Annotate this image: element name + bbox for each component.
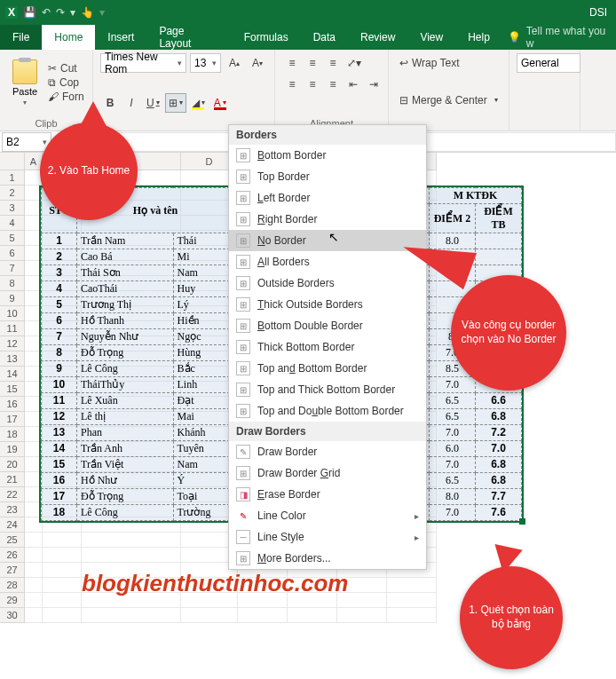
border-erase[interactable]: ◨Erase Border — [229, 484, 426, 505]
borders-header: Borders — [229, 125, 426, 145]
tell-me[interactable]: 💡Tell me what you w — [508, 25, 616, 50]
border-more[interactable]: ⊞More Borders... — [229, 548, 426, 569]
border-icon: ⊞ — [169, 97, 178, 109]
border-grid[interactable]: ⊞Draw Border Grid — [229, 462, 426, 484]
italic-button[interactable]: I — [122, 93, 141, 113]
fill-color-button[interactable]: ◢▾ — [188, 93, 209, 113]
save-icon[interactable]: 💾 — [23, 6, 36, 19]
excel-icon: X — [4, 4, 20, 20]
border-thick-out[interactable]: ⊞Thick Outside Borders — [229, 294, 426, 315]
align-right-button[interactable]: ≡ — [323, 75, 343, 94]
tab-insert[interactable]: Insert — [95, 25, 146, 50]
borders-button[interactable]: ⊞▾ — [165, 93, 186, 113]
orientation-button[interactable]: ⤢▾ — [344, 53, 365, 73]
copy-icon: ⧉ — [48, 76, 56, 89]
border-color[interactable]: ✎Line Color▸ — [229, 505, 426, 526]
tab-page-layout[interactable]: Page Layout — [146, 25, 231, 50]
paste-button[interactable]: Paste ▾ — [7, 53, 43, 112]
group-number: General — [509, 50, 580, 130]
align-top-button[interactable]: ≡ — [282, 53, 302, 73]
group-font: Times New Rom▾ 13▾ A▴ A▾ B I U▾ ⊞▾ ◢▾ A▾ — [93, 50, 275, 130]
touch-icon[interactable]: 👆 — [81, 6, 94, 19]
border-thick-bottom[interactable]: ⊞Thick Bottom Border — [229, 336, 426, 358]
align-center-button[interactable]: ≡ — [303, 75, 322, 94]
group-alignment: ≡ ≡ ≡ ⤢▾ ≡ ≡ ≡ ⇤ ⇥ Alignment — [275, 50, 389, 130]
border-top-bottom[interactable]: ⊞Top and Bottom Border — [229, 358, 426, 379]
align-middle-button[interactable]: ≡ — [303, 53, 322, 73]
wrap-text-button[interactable]: ↩Wrap Text — [396, 53, 501, 73]
qat-more-icon[interactable]: ▾ — [70, 6, 75, 19]
border-top[interactable]: ⊞Top Border — [229, 166, 426, 187]
tab-formulas[interactable]: Formulas — [232, 25, 301, 50]
tab-home[interactable]: Home — [42, 25, 95, 50]
underline-button[interactable]: U▾ — [143, 93, 163, 113]
ribbon-tabs: File Home Insert Page Layout Formulas Da… — [0, 25, 616, 50]
group-wrap: ↩Wrap Text ⊟Merge & Center▾ — [389, 50, 509, 130]
merge-icon: ⊟ — [399, 94, 408, 107]
name-box[interactable]: B2▾ — [2, 132, 51, 152]
qat-sep: ▾ — [99, 6, 105, 19]
tab-help[interactable]: Help — [455, 25, 502, 50]
callout-select-table: 1. Quét chọn toàn bộ bảng — [460, 566, 563, 669]
shrink-font-button[interactable]: A▾ — [248, 53, 267, 73]
copy-button[interactable]: ⧉Cop — [48, 76, 84, 89]
border-left[interactable]: ⊞Left Border — [229, 187, 426, 209]
borders-dropdown: Borders ⊞Bottom Border⊞Top Border⊞Left B… — [228, 124, 427, 570]
tab-view[interactable]: View — [407, 25, 455, 50]
wrap-icon: ↩ — [399, 57, 408, 69]
select-all-corner[interactable] — [0, 153, 25, 170]
svg-text:X: X — [8, 6, 15, 19]
font-name-combo[interactable]: Times New Rom▾ — [100, 53, 186, 73]
border-dbl-bottom[interactable]: ⊞Bottom Double Border — [229, 315, 426, 336]
border-top-dbl[interactable]: ⊞Top and Double Bottom Border — [229, 400, 426, 422]
cut-button[interactable]: ✂Cut — [48, 62, 84, 75]
draw-borders-header: Draw Borders — [229, 422, 426, 441]
indent-inc-button[interactable]: ⇥ — [364, 75, 383, 94]
border-right[interactable]: ⊞Right Border — [229, 209, 426, 230]
tab-file[interactable]: File — [0, 25, 42, 50]
watermark: blogkienthuctinhoc.com — [82, 570, 348, 597]
indent-dec-button[interactable]: ⇤ — [344, 75, 363, 94]
font-color-button[interactable]: A▾ — [210, 93, 230, 113]
align-bottom-button[interactable]: ≡ — [323, 53, 343, 73]
align-left-button[interactable]: ≡ — [282, 75, 302, 94]
border-draw[interactable]: ✎Draw Border — [229, 441, 426, 462]
grow-font-button[interactable]: A▴ — [225, 53, 244, 73]
tab-data[interactable]: Data — [301, 25, 348, 50]
merge-center-button[interactable]: ⊟Merge & Center▾ — [396, 91, 501, 110]
cursor-icon: ↖ — [328, 230, 339, 244]
number-format-combo[interactable]: General — [517, 53, 580, 73]
row-headers[interactable]: 1234567891011121314151617181920212223242… — [0, 170, 25, 623]
brush-icon: 🖌 — [48, 91, 59, 103]
border-top-thick[interactable]: ⊞Top and Thick Bottom Border — [229, 379, 426, 400]
tab-review[interactable]: Review — [348, 25, 407, 50]
redo-icon[interactable]: ↷ — [56, 6, 65, 19]
bulb-icon: 💡 — [508, 31, 521, 43]
undo-icon[interactable]: ↶ — [42, 6, 51, 19]
selection-handle[interactable] — [519, 518, 525, 525]
border-none[interactable]: ⊞No Border — [229, 230, 426, 251]
callout-no-border: Vào công cụ border chọn vào No Border — [451, 275, 566, 391]
font-size-combo[interactable]: 13▾ — [190, 53, 221, 73]
border-outside[interactable]: ⊞Outside Borders — [229, 272, 426, 294]
file-name: DSI — [589, 6, 607, 19]
scissors-icon: ✂ — [48, 62, 57, 75]
clipboard-icon — [12, 59, 37, 84]
callout-tab-home: 2. Vào Tab Home — [40, 122, 138, 220]
border-style[interactable]: ─Line Style▸ — [229, 526, 426, 548]
border-bottom[interactable]: ⊞Bottom Border — [229, 145, 426, 166]
title-bar: X 💾 ↶ ↷ ▾ 👆 ▾ DSI — [0, 0, 616, 25]
border-all[interactable]: ⊞All Borders — [229, 251, 426, 272]
